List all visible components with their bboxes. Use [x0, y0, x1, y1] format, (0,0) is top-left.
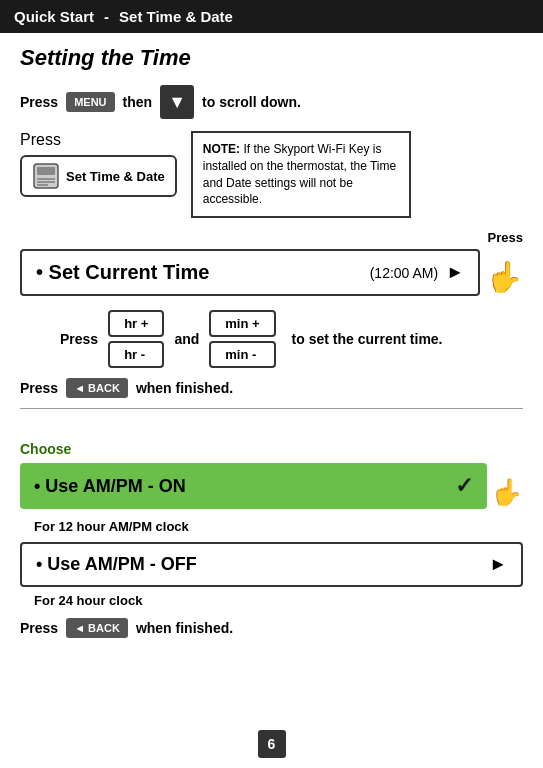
hr-minus-button[interactable]: hr -	[108, 341, 164, 368]
page-number: 6	[258, 730, 286, 758]
header-dash: -	[104, 8, 109, 25]
svg-rect-1	[37, 167, 55, 175]
min-plus-button[interactable]: min +	[209, 310, 275, 337]
current-time-bar-row: • Set Current Time (12:00 AM) ► 👆	[20, 249, 523, 296]
then-label: then	[123, 94, 153, 110]
back-button-2[interactable]: ◄ BACK	[66, 618, 128, 638]
header-subtitle: Set Time & Date	[119, 8, 233, 25]
press-label-1: Press	[20, 94, 58, 110]
note-prefix: NOTE:	[203, 142, 240, 156]
press-label-6: Press	[20, 620, 58, 636]
when-finished-1: when finished.	[136, 380, 233, 396]
section-title: Setting the Time	[20, 45, 523, 71]
for-12-label: For 12 hour AM/PM clock	[34, 519, 523, 534]
current-time-value: (12:00 AM)	[370, 265, 438, 281]
checkmark-icon: ✓	[455, 473, 473, 499]
page-header: Quick Start - Set Time & Date	[0, 0, 543, 33]
finger-icon-2: 👆	[491, 477, 523, 508]
hr-plus-button[interactable]: hr +	[108, 310, 164, 337]
press-label-3: Press	[20, 230, 523, 245]
press-back-row-1: Press ◄ BACK when finished.	[20, 378, 523, 398]
set-time-label: to set the current time.	[292, 331, 443, 347]
current-time-bar-area: Press • Set Current Time (12:00 AM) ► 👆	[20, 230, 523, 296]
for-24-label: For 24 hour clock	[34, 593, 523, 608]
note-box: NOTE: If the Skyport Wi-Fi Key is instal…	[191, 131, 411, 218]
bottom-section: Choose • Use AM/PM - ON ✓ 👆 For 12 hour …	[0, 431, 543, 658]
ampm-off-label: • Use AM/PM - OFF	[36, 554, 197, 575]
back-button-1[interactable]: ◄ BACK	[66, 378, 128, 398]
choose-label: Choose	[20, 441, 523, 457]
press-set-note-row: Press Set Time & Date NOTE: If the Skypo…	[20, 131, 523, 218]
ampm-on-row: • Use AM/PM - ON ✓ 👆	[20, 463, 523, 513]
set-time-date-label: Set Time & Date	[66, 169, 165, 184]
min-minus-button[interactable]: min -	[209, 341, 275, 368]
finger-icon-1: 👆	[486, 259, 523, 294]
press-menu-row: Press MENU then ▼ to scroll down.	[20, 85, 523, 119]
press-label-4: Press	[60, 331, 98, 347]
ampm-off-bar[interactable]: • Use AM/PM - OFF ►	[20, 542, 523, 587]
header-title: Quick Start	[14, 8, 94, 25]
press-set-left: Press Set Time & Date	[20, 131, 177, 197]
current-time-bar[interactable]: • Set Current Time (12:00 AM) ►	[20, 249, 480, 296]
ampm-on-bar[interactable]: • Use AM/PM - ON ✓	[20, 463, 487, 509]
thermostat-icon	[32, 162, 60, 190]
press-label-5: Press	[20, 380, 58, 396]
ampm-on-label: • Use AM/PM - ON	[34, 476, 186, 497]
divider	[20, 408, 523, 409]
hr-min-buttons-row: Press hr + hr - and min + min - to set t…	[60, 310, 523, 368]
ampm-on-left: • Use AM/PM - ON ✓	[20, 463, 487, 513]
menu-button[interactable]: MENU	[66, 92, 114, 112]
press-back-row-2: Press ◄ BACK when finished.	[20, 618, 523, 638]
set-time-date-button[interactable]: Set Time & Date	[20, 155, 177, 197]
min-buttons: min + min -	[209, 310, 275, 368]
hr-buttons: hr + hr -	[108, 310, 164, 368]
press-label-2: Press	[20, 131, 61, 149]
time-right: (12:00 AM) ►	[370, 262, 464, 283]
current-time-section: Press • Set Current Time (12:00 AM) ► 👆	[20, 230, 523, 296]
scroll-label: to scroll down.	[202, 94, 301, 110]
main-content: Setting the Time Press MENU then ▼ to sc…	[0, 33, 543, 431]
when-finished-2: when finished.	[136, 620, 233, 636]
ampm-off-arrow: ►	[489, 554, 507, 575]
and-label: and	[174, 331, 199, 347]
arrow-down-button[interactable]: ▼	[160, 85, 194, 119]
current-time-arrow: ►	[446, 262, 464, 283]
current-time-label: • Set Current Time	[36, 261, 209, 284]
